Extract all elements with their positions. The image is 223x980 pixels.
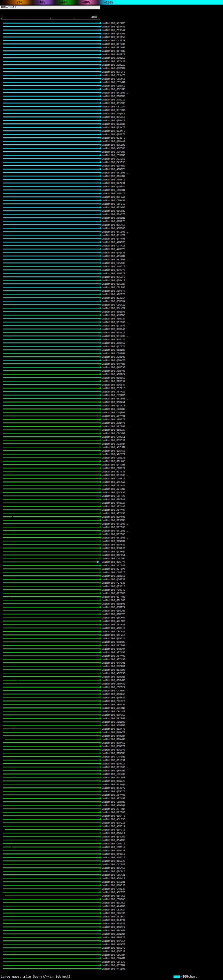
hit-label[interactable]: UniRef100_A6N9Z6 bbox=[102, 418, 125, 421]
alignment-row[interactable]: UniRef100_C4JFD4 bbox=[0, 689, 223, 692]
alignment-row[interactable]: UniRef100_Q5KPF2 bbox=[0, 926, 223, 929]
alignment-row[interactable]: UniRef100_Q6DV42 bbox=[0, 140, 223, 143]
hit-label[interactable]: UniRef100_A7TI43 bbox=[102, 564, 125, 567]
hit-label[interactable]: UniRef100_C6SWZ6 bbox=[102, 74, 125, 77]
hit-label[interactable]: UniRef100_Q6S113 bbox=[102, 585, 125, 588]
hit-label[interactable]: UniRef100_C1BZJ6 bbox=[102, 457, 125, 459]
hit-label[interactable]: UniRef100_A8XQ14 bbox=[102, 825, 125, 828]
hit-label[interactable]: UniRef100_A7NUZ2 bbox=[102, 99, 125, 101]
hit-label[interactable]: UniRef100_Q4C859 bbox=[102, 491, 125, 494]
hit-label[interactable]: UniRef100_B3GLV5 bbox=[102, 748, 125, 751]
alignment-row[interactable]: UniRef100_B9XXD9 bbox=[0, 206, 223, 209]
hit-label[interactable]: UniRef100_P93847 bbox=[102, 29, 125, 32]
hit-label[interactable]: UniRef100_C1BN22 bbox=[102, 467, 125, 470]
hit-label[interactable]: UniRef100_Q68VL2 bbox=[102, 832, 125, 835]
hit-label[interactable]: UniRef100_B1N5H8 bbox=[102, 752, 125, 755]
alignment-row[interactable]: UniRef100_Q9FUN3 bbox=[0, 88, 223, 91]
hit-label[interactable]: UniRef100_Q0ITS8 bbox=[102, 36, 125, 38]
hit-label[interactable]: UniRef100_A6NPP8 bbox=[102, 168, 125, 171]
hit-label[interactable]: UniRef100_UPI000... bbox=[102, 644, 130, 647]
hit-label[interactable]: UniRef100_A8X6D3 bbox=[102, 314, 125, 317]
alignment-row[interactable]: UniRef100_P38986 bbox=[0, 922, 223, 926]
alignment-row[interactable]: UniRef100_A6N9Z6 bbox=[0, 418, 223, 422]
hit-label[interactable]: UniRef100_UPI000... bbox=[102, 717, 130, 720]
hit-label[interactable]: UniRef100_B9PW96 bbox=[102, 515, 125, 518]
alignment-row[interactable]: UniRef100_B193N8 bbox=[0, 519, 223, 522]
alignment-row[interactable]: UniRef100_A8UN55 bbox=[0, 703, 223, 706]
hit-label[interactable]: UniRef100_UPI000... bbox=[102, 526, 130, 529]
hit-label[interactable]: UniRef100_Q5XH70 bbox=[102, 404, 125, 407]
hit-label[interactable]: UniRef100_B9W733 bbox=[102, 849, 125, 852]
alignment-row[interactable]: UniRef100_B6U0R9 bbox=[0, 95, 223, 98]
hit-label[interactable]: UniRef100_B7FGF8 bbox=[102, 71, 125, 73]
alignment-row[interactable]: UniRef100_UPI000... bbox=[0, 522, 223, 526]
alignment-row[interactable]: UniRef100_Q4B4D3 bbox=[0, 640, 223, 644]
hit-label[interactable]: UniRef100_C1GFB4 bbox=[102, 954, 125, 956]
alignment-row[interactable]: UniRef100_A6YM98 bbox=[0, 654, 223, 658]
alignment-row[interactable]: UniRef100_Q29CT9 bbox=[0, 790, 223, 793]
hit-label[interactable]: UniRef100_B5SM67 bbox=[102, 867, 125, 869]
alignment-row[interactable]: UniRef100_Q4Q533 bbox=[0, 251, 223, 255]
alignment-row[interactable]: UniRef100_C8CLP0 bbox=[0, 710, 223, 713]
alignment-row[interactable]: UniRef100_Q7PQZ6 bbox=[0, 821, 223, 825]
hit-label[interactable]: UniRef100_Q757F0 bbox=[102, 276, 125, 278]
alignment-row[interactable]: UniRef100_A1CSY1 bbox=[0, 453, 223, 456]
alignment-row[interactable]: UniRef100_Q3THU0 bbox=[0, 595, 223, 599]
hit-label[interactable]: UniRef100_B2GHY5 bbox=[102, 561, 125, 563]
hit-label[interactable]: UniRef100_B4JHQ7 bbox=[102, 783, 125, 786]
alignment-row[interactable]: UniRef100_Q0UE46 bbox=[0, 328, 223, 331]
hit-label[interactable]: UniRef100_Q6L4G5 bbox=[102, 460, 125, 463]
alignment-row[interactable]: UniRef100_A8XQ14 bbox=[0, 825, 223, 828]
hit-label[interactable]: UniRef100_A2I3W7 bbox=[102, 488, 125, 490]
alignment-row[interactable]: UniRef100_Q8RTT4 bbox=[0, 606, 223, 609]
alignment-row[interactable]: UniRef100_Q9M5M7 bbox=[0, 67, 223, 70]
alignment-row[interactable]: UniRef100_B3TLR6 bbox=[0, 108, 223, 112]
hit-label[interactable]: UniRef100_Q08779 bbox=[102, 133, 125, 136]
alignment-row[interactable]: UniRef100_B4J0Y2 bbox=[0, 786, 223, 790]
hit-label[interactable]: UniRef100_Q2GY12 bbox=[102, 279, 125, 282]
hit-label[interactable]: UniRef100_B9XXD9 bbox=[102, 206, 125, 209]
hit-label[interactable]: UniRef100_C4QYH9 bbox=[102, 408, 125, 410]
hit-label[interactable]: UniRef100_Q38H55 bbox=[102, 25, 125, 28]
alignment-row[interactable]: UniRef100_C9S583 bbox=[0, 261, 223, 265]
alignment-row[interactable]: UniRef100_B4MCB4 bbox=[0, 734, 223, 738]
hit-label[interactable]: UniRef100_C5E4Z1 bbox=[102, 873, 125, 877]
hit-label[interactable]: UniRef100_A9ZUM7 bbox=[102, 446, 125, 449]
hit-label[interactable]: UniRef100_Q16RT6 bbox=[102, 815, 125, 817]
hit-label[interactable]: UniRef100_Q7S9L9 bbox=[102, 116, 125, 119]
hit-label[interactable]: UniRef100_UPI000... bbox=[102, 321, 130, 324]
hit-label[interactable]: UniRef100_C0NVM2 bbox=[102, 957, 125, 960]
alignment-row[interactable]: UniRef100_UPI000... bbox=[0, 811, 223, 814]
alignment-row[interactable]: UniRef100_P41805 bbox=[0, 967, 223, 970]
alignment-row[interactable]: UniRef100_C5X1N6 bbox=[0, 154, 223, 157]
hit-label[interactable]: UniRef100_A8Q8N6 bbox=[102, 216, 125, 220]
hit-label[interactable]: UniRef100_Q60WR9 bbox=[102, 679, 125, 682]
alignment-row[interactable]: UniRef100_A0E673 bbox=[0, 293, 223, 296]
hit-label[interactable]: UniRef100_C5DE65 bbox=[102, 898, 125, 901]
alignment-row[interactable]: UniRef100_Q56931 bbox=[0, 578, 223, 581]
alignment-row[interactable]: UniRef100_Q4P3L4 bbox=[0, 939, 223, 943]
alignment-row[interactable]: UniRef100_A6YM90 bbox=[0, 658, 223, 661]
hit-label[interactable]: UniRef100_B4NWX2 bbox=[102, 731, 125, 734]
hit-label[interactable]: UniRef100_C1HM51 bbox=[102, 199, 125, 202]
hit-label[interactable]: UniRef100_C8ZFA4 bbox=[102, 908, 125, 911]
hit-label[interactable]: UniRef100_B6T886 bbox=[102, 43, 125, 46]
alignment-row[interactable]: UniRef100_Q2GY12 bbox=[0, 279, 223, 282]
alignment-row[interactable]: UniRef100_Q0JXF0 bbox=[0, 129, 223, 133]
hit-label[interactable]: UniRef100_Q6BIU8 bbox=[102, 349, 125, 352]
hit-label[interactable]: UniRef100_A7QTC5 bbox=[102, 112, 125, 115]
alignment-row[interactable]: UniRef100_A6S4H4 bbox=[0, 255, 223, 258]
hit-label[interactable]: UniRef100_B9WBE2 bbox=[102, 377, 125, 379]
alignment-row[interactable]: UniRef100_C4WR16 bbox=[0, 477, 223, 480]
hit-label[interactable]: UniRef100_B2YT31 bbox=[102, 470, 125, 473]
hit-label[interactable]: UniRef100_C8CHW2 bbox=[102, 432, 125, 435]
alignment-row[interactable]: UniRef100_Q6CRL5 bbox=[0, 870, 223, 873]
alignment-row[interactable]: UniRef100_B5X3D0 bbox=[0, 668, 223, 671]
alignment-row[interactable]: UniRef100_B6K648 bbox=[0, 498, 223, 501]
alignment-row[interactable]: UniRef100_B9AJ76 bbox=[0, 213, 223, 216]
hit-label[interactable]: UniRef100_A6YM95 bbox=[102, 512, 125, 515]
alignment-row[interactable]: UniRef100_A6YM92 bbox=[0, 797, 223, 800]
hit-label[interactable]: UniRef100_Q5FVL5 bbox=[102, 634, 125, 636]
hit-label[interactable]: UniRef100_Q7PQZ6 bbox=[102, 821, 125, 824]
hit-label[interactable]: UniRef100_Q0UE46 bbox=[102, 328, 125, 331]
